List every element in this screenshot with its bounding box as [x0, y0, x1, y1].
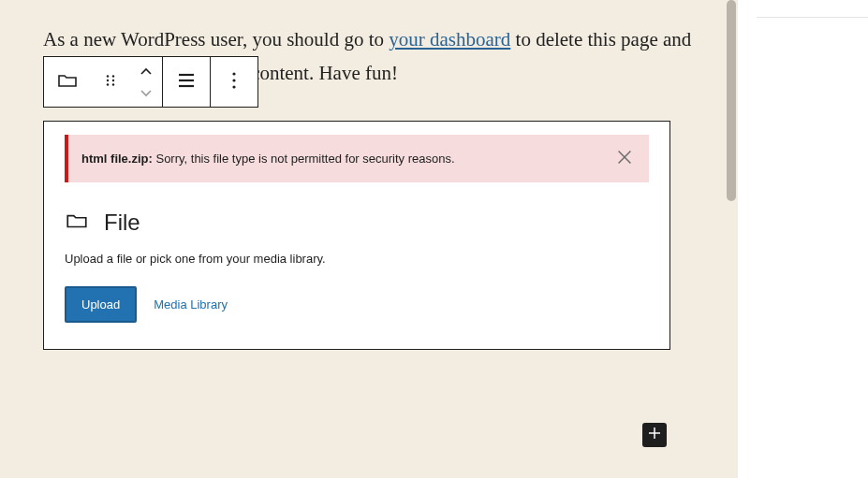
block-type-button[interactable] — [44, 57, 91, 107]
svg-point-9 — [232, 72, 235, 75]
block-actions: Upload Media Library — [44, 266, 669, 349]
toolbar-group-align — [163, 57, 211, 107]
dashboard-link[interactable]: your dashboard — [389, 28, 510, 51]
align-icon — [175, 69, 198, 95]
plus-icon — [646, 425, 663, 445]
block-inserter-button[interactable] — [642, 423, 667, 447]
svg-point-3 — [112, 79, 114, 80]
file-icon — [65, 209, 89, 237]
move-down-button[interactable] — [140, 84, 153, 101]
settings-sidebar — [738, 0, 868, 478]
media-library-button[interactable]: Media Library — [154, 297, 228, 311]
svg-point-4 — [107, 83, 109, 85]
svg-point-0 — [107, 75, 109, 77]
file-icon — [56, 69, 79, 95]
scrollbar-track — [725, 0, 738, 478]
block-title: File — [104, 210, 140, 236]
toolbar-group-block — [44, 57, 163, 107]
toolbar-group-options — [211, 57, 257, 107]
file-block[interactable]: html file.zip: Sorry, this file type is … — [43, 121, 670, 350]
block-placeholder-header: File — [44, 182, 669, 244]
svg-point-1 — [112, 75, 114, 77]
block-toolbar — [43, 56, 258, 108]
svg-point-5 — [112, 83, 114, 85]
error-notice: html file.zip: Sorry, this file type is … — [65, 135, 649, 182]
sidebar-divider — [757, 17, 868, 18]
scrollbar-thumb[interactable] — [727, 0, 736, 201]
align-button[interactable] — [163, 57, 210, 107]
notice-filename: html file.zip: — [81, 152, 153, 166]
drag-handle-button[interactable] — [91, 57, 130, 107]
svg-point-11 — [232, 85, 235, 88]
options-button[interactable] — [211, 57, 257, 107]
svg-point-2 — [107, 79, 109, 80]
block-description: Upload a file or pick one from your medi… — [44, 244, 669, 266]
svg-point-10 — [232, 79, 235, 81]
drag-icon — [102, 72, 119, 93]
mover-buttons — [130, 64, 162, 101]
editor-canvas: As a new WordPress user, you should go t… — [0, 0, 738, 478]
more-vertical-icon — [223, 69, 245, 95]
upload-button[interactable]: Upload — [65, 286, 137, 323]
notice-message: Sorry, this file type is not permitted f… — [153, 152, 455, 166]
close-icon — [614, 147, 635, 170]
move-up-button[interactable] — [140, 64, 153, 80]
dismiss-notice-button[interactable] — [608, 142, 641, 176]
paragraph-text-before: As a new WordPress user, you should go t… — [43, 28, 389, 51]
